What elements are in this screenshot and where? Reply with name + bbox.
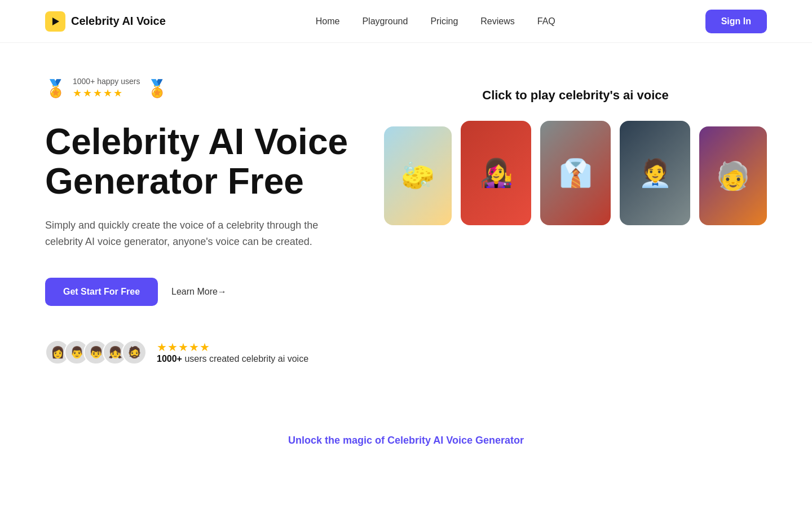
hero-headline: Celebrity AI Voice Generator Free — [45, 122, 361, 202]
bottom-banner-link[interactable]: Unlock the magic of Celebrity AI Voice G… — [288, 435, 524, 446]
laurel-left-icon: 🏅 — [45, 78, 66, 98]
social-proof: 👩 👨 👦 👧 🧔 ★★★★★ 1000+ users created cele… — [45, 340, 361, 365]
hero-left: 🏅 1000+ happy users ★★★★★ 🏅 Celebrity AI… — [45, 77, 361, 365]
modi-image: 🧓 — [699, 126, 767, 225]
hero-right: Click to play celebrity's ai voice 🧽 👩‍🎤… — [384, 77, 767, 225]
nav-playground[interactable]: Playground — [362, 16, 408, 27]
navbar: Celebrity AI Voice Home Playground Prici… — [0, 0, 812, 43]
brand-name: Celebrity AI Voice — [71, 15, 166, 28]
play-label: Click to play celebrity's ai voice — [482, 88, 669, 103]
svg-marker-0 — [52, 17, 59, 25]
signin-button[interactable]: Sign In — [705, 10, 767, 33]
avatar-group: 👩 👨 👦 👧 🧔 — [45, 340, 147, 365]
celebrity-card-modi[interactable]: 🧓 — [699, 126, 767, 225]
hero-section: 🏅 1000+ happy users ★★★★★ 🏅 Celebrity AI… — [0, 43, 812, 387]
avatar-5: 🧔 — [122, 340, 147, 365]
trump-image: 👔 — [540, 121, 611, 225]
social-stars: ★★★★★ — [157, 341, 210, 353]
learn-more-link[interactable]: Learn More→ — [171, 287, 227, 297]
brand-logo[interactable]: Celebrity AI Voice — [45, 11, 166, 32]
nav-reviews[interactable]: Reviews — [480, 16, 514, 27]
celebrity-card-taylor[interactable]: 👩‍🎤 — [461, 121, 531, 225]
celebrity-card-trump[interactable]: 👔 — [540, 121, 611, 225]
taylor-image: 👩‍🎤 — [461, 121, 531, 225]
social-label: users created celebrity ai voice — [184, 354, 308, 364]
social-count-text: 1000+ users created celebrity ai voice — [157, 354, 308, 364]
hero-description: Simply and quickly create the voice of a… — [45, 217, 327, 251]
nav-links: Home Playground Pricing Reviews FAQ — [316, 16, 555, 27]
celebrity-cards: 🧽 👩‍🎤 👔 🧑‍💼 🧓 — [384, 121, 767, 225]
spongebob-image: 🧽 — [384, 126, 452, 225]
badge-content: 1000+ happy users ★★★★★ — [73, 77, 140, 99]
logo-icon — [45, 11, 65, 32]
social-count: 1000+ — [157, 354, 182, 364]
biden-image: 🧑‍💼 — [620, 121, 690, 225]
social-proof-text: ★★★★★ 1000+ users created celebrity ai v… — [157, 340, 308, 364]
nav-home[interactable]: Home — [316, 16, 340, 27]
bottom-banner: Unlock the magic of Celebrity AI Voice G… — [0, 421, 812, 460]
cta-row: Get Start For Free Learn More→ — [45, 278, 361, 306]
nav-faq[interactable]: FAQ — [537, 16, 555, 27]
nav-pricing[interactable]: Pricing — [430, 16, 458, 27]
get-start-button[interactable]: Get Start For Free — [45, 278, 158, 306]
laurel-right-icon: 🏅 — [147, 78, 167, 98]
badge-stars: ★★★★★ — [73, 87, 140, 99]
happy-users-badge: 🏅 1000+ happy users ★★★★★ 🏅 — [45, 77, 361, 99]
celebrity-card-biden[interactable]: 🧑‍💼 — [620, 121, 690, 225]
badge-text: 1000+ happy users — [73, 77, 140, 86]
celebrity-card-spongebob[interactable]: 🧽 — [384, 126, 452, 225]
